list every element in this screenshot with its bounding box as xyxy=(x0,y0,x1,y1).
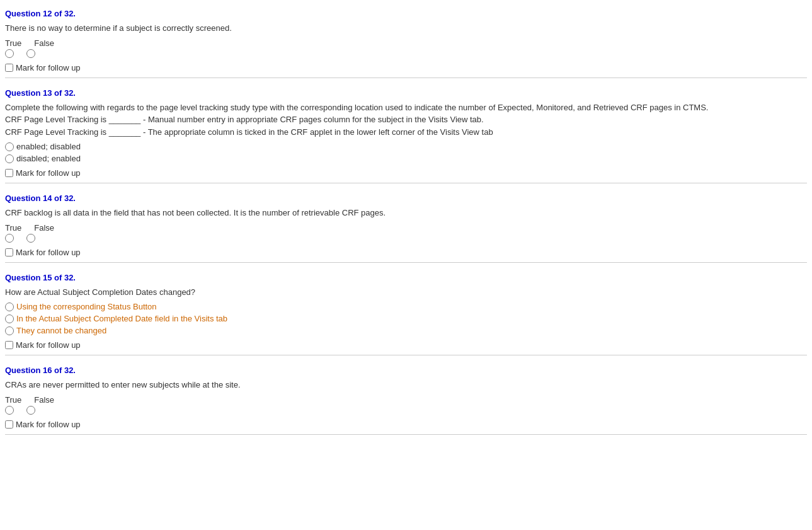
question-13-text: Complete the following with regards to t… xyxy=(5,101,807,139)
question-15-follow-up[interactable]: Mark for follow up xyxy=(5,340,807,350)
question-13-follow-up[interactable]: Mark for follow up xyxy=(5,168,807,178)
false-label-14: False xyxy=(34,223,54,233)
question-15-option-3[interactable]: They cannot be changed xyxy=(5,326,807,335)
question-13-title: Question 13 of 32. xyxy=(5,88,807,98)
question-16-text: CRAs are never permitted to enter new su… xyxy=(5,379,807,391)
question-13-option-1[interactable]: enabled; disabled xyxy=(5,142,807,151)
question-13-follow-up-checkbox[interactable] xyxy=(5,169,13,177)
question-14-radios xyxy=(5,234,807,243)
question-16-follow-up-checkbox[interactable] xyxy=(5,420,13,429)
question-13-follow-up-label: Mark for follow up xyxy=(16,168,81,178)
false-label: False xyxy=(34,38,54,48)
question-12-radios xyxy=(5,49,807,58)
question-15-option-1[interactable]: Using the corresponding Status Button xyxy=(5,302,807,311)
question-15-follow-up-label: Mark for follow up xyxy=(16,340,81,350)
question-16-follow-up-label: Mark for follow up xyxy=(16,420,81,429)
question-14-true-radio[interactable] xyxy=(5,234,14,243)
question-13-options: enabled; disabled disabled; enabled xyxy=(5,142,807,163)
true-label-14: True xyxy=(5,223,21,233)
question-13-radio-1[interactable] xyxy=(5,142,14,151)
false-label-16: False xyxy=(34,395,54,405)
question-15-radio-2[interactable] xyxy=(5,314,14,323)
question-13-line3: CRF Page Level Tracking is _______ - The… xyxy=(5,127,493,137)
question-13-option-1-label: enabled; disabled xyxy=(16,142,81,151)
question-15-radio-1[interactable] xyxy=(5,302,14,311)
question-12-text: There is no way to determine if a subjec… xyxy=(5,22,807,35)
question-12-block: Question 12 of 32. There is no way to de… xyxy=(5,3,807,78)
question-16-false-option[interactable] xyxy=(26,406,35,415)
question-14-text: CRF backlog is all data in the field tha… xyxy=(5,207,807,219)
question-13-line1: Complete the following with regards to t… xyxy=(5,103,708,112)
question-16-labels: True False xyxy=(5,395,807,405)
question-13-option-2-label: disabled; enabled xyxy=(16,154,81,163)
question-12-false-option[interactable] xyxy=(26,49,35,58)
question-14-title: Question 14 of 32. xyxy=(5,193,807,203)
question-16-follow-up[interactable]: Mark for follow up xyxy=(5,420,807,429)
question-16-block: Question 16 of 32. CRAs are never permit… xyxy=(5,355,807,435)
question-15-option-3-label: They cannot be changed xyxy=(16,326,106,335)
question-12-labels: True False xyxy=(5,38,807,48)
question-16-true-radio[interactable] xyxy=(5,406,14,415)
question-15-follow-up-checkbox[interactable] xyxy=(5,341,13,349)
question-13-line2: CRF Page Level Tracking is _______ - Man… xyxy=(5,115,484,124)
question-14-false-option[interactable] xyxy=(26,234,35,243)
question-15-text: How are Actual Subject Completion Dates … xyxy=(5,286,807,299)
question-15-option-2-label: In the Actual Subject Completed Date fie… xyxy=(16,314,227,323)
question-14-follow-up[interactable]: Mark for follow up xyxy=(5,248,807,257)
question-15-option-2[interactable]: In the Actual Subject Completed Date fie… xyxy=(5,314,807,323)
question-16-false-radio[interactable] xyxy=(26,406,35,415)
true-label: True xyxy=(5,38,21,48)
question-16-radios xyxy=(5,406,807,415)
question-14-true-option[interactable] xyxy=(5,234,14,243)
question-13-radio-2[interactable] xyxy=(5,154,14,163)
question-12-false-radio[interactable] xyxy=(26,49,35,58)
question-12-follow-up-checkbox[interactable] xyxy=(5,64,13,72)
question-14-labels: True False xyxy=(5,223,807,233)
question-12-true-option[interactable] xyxy=(5,49,14,58)
question-15-options: Using the corresponding Status Button In… xyxy=(5,302,807,335)
question-16-true-option[interactable] xyxy=(5,406,14,415)
question-15-radio-3[interactable] xyxy=(5,326,14,335)
question-12-follow-up[interactable]: Mark for follow up xyxy=(5,63,807,72)
question-12-title: Question 12 of 32. xyxy=(5,9,807,18)
question-15-option-1-label: Using the corresponding Status Button xyxy=(16,302,157,311)
question-13-block: Question 13 of 32. Complete the followin… xyxy=(5,78,807,184)
question-15-block: Question 15 of 32. How are Actual Subjec… xyxy=(5,263,807,356)
question-14-follow-up-checkbox[interactable] xyxy=(5,248,13,256)
true-label-16: True xyxy=(5,395,21,405)
question-15-title: Question 15 of 32. xyxy=(5,273,807,282)
question-12-true-radio[interactable] xyxy=(5,49,14,58)
question-14-false-radio[interactable] xyxy=(26,234,35,243)
question-12-follow-up-label: Mark for follow up xyxy=(16,63,81,72)
question-13-option-2[interactable]: disabled; enabled xyxy=(5,154,807,163)
question-14-block: Question 14 of 32. CRF backlog is all da… xyxy=(5,183,807,263)
question-14-follow-up-label: Mark for follow up xyxy=(16,248,81,257)
question-16-title: Question 16 of 32. xyxy=(5,366,807,375)
